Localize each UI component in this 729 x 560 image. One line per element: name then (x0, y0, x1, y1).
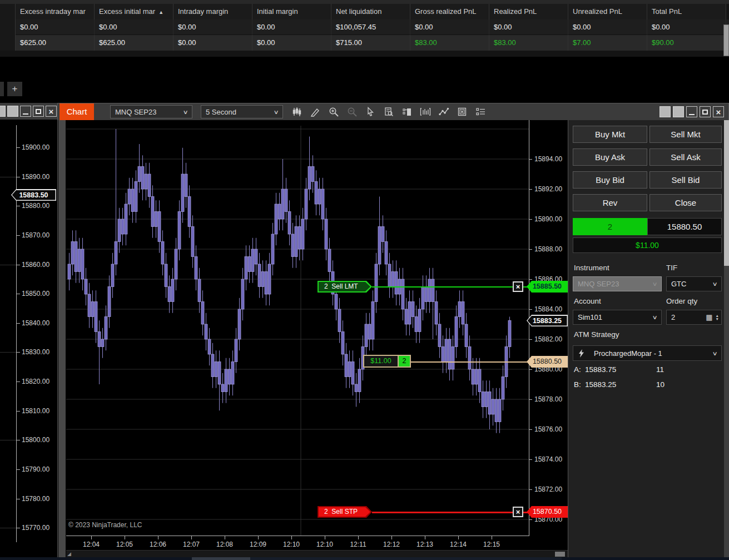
left-chart-window: × 15900.0015890.0015880.0015870.0015860.… (0, 103, 57, 560)
instrument-dropdown[interactable]: MNQ SEP23 ∨ (110, 105, 192, 118)
table-cell: $0.00 (16, 19, 95, 35)
sell-bid-button[interactable]: Sell Bid (649, 171, 722, 189)
minimize-button[interactable] (20, 106, 31, 117)
polyline-icon[interactable] (438, 106, 449, 117)
zoom-in-icon[interactable] (328, 106, 339, 117)
chart-style-icon[interactable] (420, 106, 431, 117)
resize-grip-icon[interactable]: ◢ (67, 551, 71, 557)
instrument-label: Instrument (574, 264, 609, 272)
close-button[interactable]: × (713, 106, 724, 117)
maximize-button[interactable] (700, 106, 711, 117)
tab-chart[interactable]: Chart (59, 103, 94, 120)
price-axis-label: 15874.00 (534, 455, 562, 463)
minimize-button[interactable] (686, 106, 697, 117)
tif-select[interactable]: GTC ∨ (666, 276, 722, 291)
object-list-icon[interactable] (475, 106, 486, 117)
reverse-button[interactable]: Rev (573, 194, 647, 211)
table-cell: $83.00 (410, 35, 489, 51)
column-header[interactable]: Excess initial mar▲ (95, 4, 173, 19)
link-button[interactable] (673, 106, 684, 117)
price-axis-label: 15884.00 (534, 305, 562, 313)
window-left-margin (58, 120, 66, 559)
qty-stepper[interactable]: ▲ ▼ (716, 314, 719, 321)
table-row[interactable]: $625.00$625.00$0.00$0.00$715.00$83.00$83… (0, 35, 729, 51)
buy-ask-button[interactable]: Buy Ask (573, 148, 647, 166)
tab-strip: + (0, 81, 729, 97)
draw-pencil-icon[interactable] (310, 106, 321, 117)
close-icon: × (49, 107, 54, 116)
position-avg-price: 15880.50 (647, 218, 722, 235)
maximize-button[interactable] (33, 106, 44, 117)
position-price-tag: 15880.50 (527, 356, 568, 368)
close-position-button[interactable]: Close (649, 194, 722, 211)
column-header[interactable]: Realized PnL (489, 4, 568, 19)
buy-bid-button[interactable]: Buy Bid (573, 171, 647, 189)
buy-market-button[interactable]: Buy Mkt (573, 126, 647, 143)
price-axis-label: 15830.00 (22, 348, 56, 356)
link-button[interactable] (7, 106, 18, 117)
tif-label: TIF (666, 264, 677, 272)
close-button[interactable]: × (46, 106, 57, 117)
table-cell: $0.00 (252, 19, 331, 35)
price-chart[interactable]: 2 Sell LMT × $11.00 2 2 Sell STP × © 202… (66, 126, 529, 536)
account-table-scrollbar[interactable] (723, 24, 729, 56)
sell-stop-order-label[interactable]: 2 Sell STP (318, 506, 372, 518)
link-button[interactable] (0, 106, 6, 117)
price-axis-label: 15810.00 (22, 407, 56, 415)
row-selector-column (0, 4, 16, 19)
strategy-template-icon[interactable] (457, 106, 468, 117)
price-axis-label: 15872.00 (534, 485, 562, 493)
scrollbar-thumb[interactable] (555, 552, 565, 557)
price-axis-label: 15900.00 (22, 143, 56, 151)
add-tab-button[interactable]: + (7, 82, 22, 96)
panel-scrollbar[interactable] (724, 120, 729, 266)
column-header[interactable]: Gross realized PnL (410, 4, 489, 19)
calculator-icon[interactable]: ▦ (706, 313, 712, 321)
link-button[interactable] (659, 106, 671, 117)
sell-limit-order-line[interactable] (372, 286, 529, 288)
tab-partial (0, 82, 4, 96)
atm-strategy-select[interactable]: ProchargedMopar - 1 ∨ (573, 345, 722, 361)
bid-size: 10 (656, 380, 664, 389)
cursor-icon[interactable] (365, 106, 376, 117)
ask-quote-row: A: 15883.75 11 (574, 365, 718, 376)
column-header[interactable]: Total PnL (647, 4, 726, 19)
table-cell: $0.00 (410, 19, 489, 35)
sell-limit-order-label[interactable]: 2 Sell LMT (318, 281, 372, 293)
instrument-select-value: MNQ SEP23 (578, 280, 619, 288)
sell-market-button[interactable]: Sell Mkt (649, 126, 722, 143)
time-axis-label: 12:05 (113, 541, 136, 548)
time-axis-label: 12:11 (347, 541, 369, 548)
column-header[interactable]: Excess intraday mar (16, 4, 95, 19)
table-cell: $100,057.45 (331, 19, 410, 35)
price-axis[interactable]: 15894.0015892.0015890.0015888.0015886.00… (529, 120, 568, 537)
price-axis-label: 15894.00 (534, 155, 562, 163)
candlestick-chart-icon[interactable] (291, 106, 302, 117)
position-pnl-label: $11.00 (363, 355, 399, 368)
time-axis[interactable]: 12:0412:0512:0612:0712:0812:0912:1012:10… (58, 534, 529, 551)
account-select[interactable]: Sim101 ∨ (573, 310, 662, 325)
interval-dropdown[interactable]: 5 Second ∨ (201, 105, 283, 118)
table-row[interactable]: $0.00$0.00$0.00$0.00$100,057.45$0.00$0.0… (0, 19, 729, 35)
panel-right-icon[interactable] (401, 106, 413, 117)
cancel-sell-limit-button[interactable]: × (513, 281, 523, 292)
column-header[interactable]: Unrealized PnL (568, 4, 647, 19)
zoom-out-icon[interactable] (346, 106, 358, 117)
sell-ask-button[interactable]: Sell Ask (649, 148, 722, 166)
data-inspector-icon[interactable] (383, 106, 394, 117)
time-axis-label: 12:04 (80, 541, 102, 548)
order-qty-input[interactable]: 2 ▦ ▲ ▼ (666, 310, 722, 325)
column-header[interactable]: Intraday margin (173, 4, 252, 19)
chart-horizontal-scrollbar[interactable]: ◢ (66, 550, 568, 557)
column-header[interactable]: Initial margin (252, 4, 331, 19)
cancel-sell-stop-button[interactable]: × (513, 507, 523, 517)
sell-stop-order-line[interactable] (372, 512, 529, 513)
table-cell: $0.00 (647, 19, 726, 35)
step-down-icon[interactable]: ▼ (716, 318, 719, 321)
column-header[interactable]: Net liquidation (331, 4, 410, 19)
table-cell: $625.00 (16, 35, 95, 51)
position-marker: $11.00 2 (363, 355, 411, 368)
left-price-axis: 15900.0015890.0015880.0015870.0015860.00… (0, 120, 57, 560)
ask-price: 15883.75 (585, 365, 616, 374)
bid-quote-row: B: 15883.25 10 (574, 380, 718, 391)
